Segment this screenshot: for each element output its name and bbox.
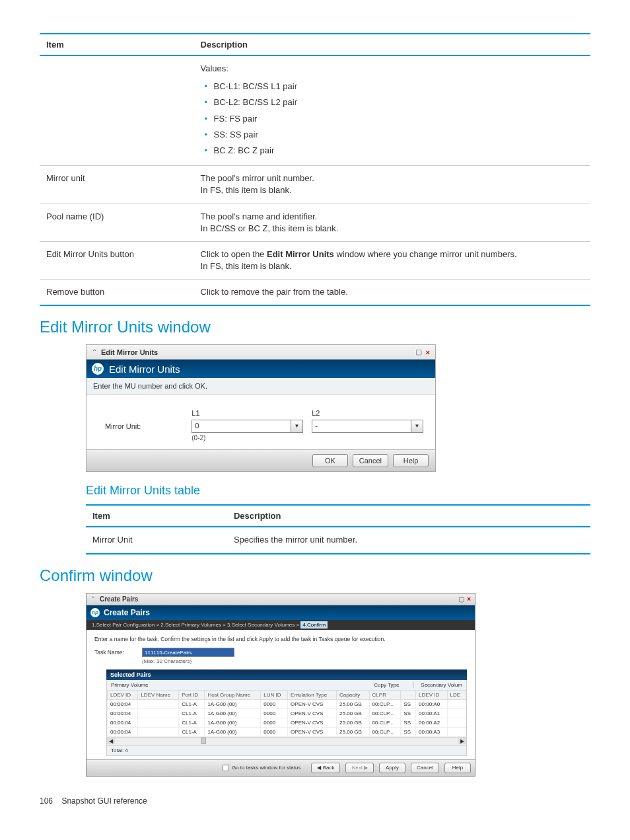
breadcrumb: 1.Select Pair Configuration > 2.Select P…	[87, 620, 475, 630]
scroll-right-icon[interactable]: ▶	[458, 738, 466, 744]
window-title: Edit Mirror Units	[101, 348, 158, 356]
window-banner: hp Create Pairs	[87, 605, 475, 620]
checkbox-label: Go to tasks window for status	[232, 765, 301, 771]
col-ldev-id: LDEV ID	[108, 690, 138, 699]
cell-item: Mirror Unit	[86, 527, 227, 553]
values-label: Values:	[201, 63, 228, 73]
cell-item: Remove button	[40, 280, 194, 306]
th-item: Item	[86, 505, 227, 527]
cell-desc: Click to remove the pair from the table.	[194, 280, 590, 306]
col-lun-id: LUN ID	[261, 690, 288, 699]
maximize-icon[interactable]: ▢	[415, 348, 422, 356]
help-button[interactable]: Help	[393, 454, 429, 467]
banner-title: Edit Mirror Units	[109, 363, 180, 375]
col-sec-ldev: LDEV ID	[416, 690, 447, 699]
window-titlebar: ⌃ Edit Mirror Units ▢ ×	[87, 345, 435, 360]
back-button[interactable]: ◀ Back	[311, 763, 340, 773]
cell-item: Pool name (ID)	[40, 204, 194, 241]
heading-edit-mirror-units-window: Edit Mirror Units window	[40, 318, 590, 336]
maximize-icon[interactable]: ▢	[458, 595, 464, 603]
window-title: Create Pairs	[100, 595, 138, 603]
group-header: Primary Volume Copy Type Secondary Volum	[106, 680, 467, 690]
list-item: BC Z: BC Z pair	[201, 143, 584, 159]
table-row[interactable]: 00:00:04CL1-A1A-G00 (00)0000OPEN-V CVS25…	[108, 708, 466, 718]
window-banner: hp Edit Mirror Units	[87, 360, 435, 378]
hp-logo-icon: hp	[92, 363, 104, 375]
create-pairs-confirm-window: ⌃ Create Pairs ▢ × hp Create Pairs 1.Sel…	[86, 593, 475, 777]
cell-item	[40, 56, 194, 166]
page-footer: 106 Snapshot GUI reference	[40, 796, 590, 806]
close-icon[interactable]: ×	[467, 595, 471, 603]
page-number: 106	[40, 796, 53, 806]
collapse-icon[interactable]: ⌃	[90, 595, 96, 602]
next-button: Next ▶	[345, 763, 374, 773]
task-name-input[interactable]: 111115-CreatePairs	[142, 648, 234, 657]
chevron-down-icon[interactable]: ▼	[411, 420, 423, 433]
l1-header: L1	[192, 409, 303, 417]
total-row: Total: 4	[106, 745, 467, 756]
checkbox-icon[interactable]	[223, 765, 229, 771]
task-name-hint: (Max. 32 Characters)	[142, 658, 234, 664]
instruction-text: Enter a name for the task. Confirm the s…	[94, 636, 467, 642]
table-row[interactable]: 00:00:04CL1-A1A-G00 (00)0000OPEN-V CVS25…	[108, 718, 466, 727]
banner-title: Create Pairs	[104, 608, 150, 617]
apply-button[interactable]: Apply	[379, 763, 405, 773]
chevron-down-icon[interactable]: ▼	[291, 420, 303, 433]
values-list: BC-L1: BC/SS L1 pair BC-L2: BC/SS L2 pai…	[201, 79, 584, 159]
th-desc: Description	[194, 34, 590, 56]
cell-desc: Values: BC-L1: BC/SS L1 pair BC-L2: BC/S…	[194, 56, 590, 166]
cell-item: Edit Mirror Units button	[40, 241, 194, 279]
col-sec-lde: LDE	[447, 690, 466, 699]
th-item: Item	[40, 34, 194, 56]
cell-item: Mirror unit	[40, 166, 194, 204]
scroll-thumb[interactable]	[201, 738, 206, 744]
l1-select[interactable]: 0 ▼	[192, 420, 303, 433]
items-table-1: Item Description Values: BC-L1: BC/SS L1…	[40, 33, 590, 306]
l2-value: -	[312, 420, 411, 433]
instruction-text: Enter the MU number and click OK.	[87, 378, 435, 395]
col-copy-type	[401, 690, 416, 699]
hp-logo-icon: hp	[90, 608, 100, 617]
horizontal-scrollbar[interactable]: ◀ ▶	[106, 738, 467, 745]
cancel-button[interactable]: Cancel	[353, 454, 388, 467]
th-desc: Description	[227, 505, 590, 527]
list-item: BC-L2: BC/SS L2 pair	[201, 95, 584, 110]
table-row[interactable]: 00:00:04CL1-A1A-G00 (00)0000OPEN-V CVS25…	[108, 699, 466, 708]
col-emulation: Emulation Type	[288, 690, 337, 699]
close-icon[interactable]: ×	[426, 348, 430, 356]
col-clpr: CLPR	[369, 690, 401, 699]
items-table-2: Item Description Mirror Unit Specifies t…	[86, 504, 590, 554]
cancel-button[interactable]: Cancel	[411, 763, 439, 773]
selected-pairs-header: Selected Pairs	[106, 669, 467, 680]
cell-desc: The pool's mirror unit number. In FS, th…	[194, 166, 590, 204]
table-row[interactable]: 00:00:04CL1-A1A-G00 (00)0000OPEN-V CVS25…	[108, 727, 466, 736]
list-item: SS: SS pair	[201, 127, 584, 143]
scroll-left-icon[interactable]: ◀	[107, 738, 115, 744]
l1-range: (0-2)	[192, 434, 303, 441]
ok-button[interactable]: OK	[312, 454, 348, 467]
copy-type-group: Copy Type	[374, 682, 413, 688]
l2-header: L2	[312, 409, 423, 417]
selected-pairs-table: LDEV ID LDEV Name Port ID Host Group Nam…	[107, 690, 466, 737]
l2-select[interactable]: - ▼	[312, 420, 423, 433]
col-capacity: Capacity	[337, 690, 370, 699]
list-item: BC-L1: BC/SS L1 pair	[201, 79, 584, 95]
heading-edit-mirror-units-table: Edit Mirror Units table	[86, 484, 590, 498]
footer-title: Snapshot GUI reference	[61, 796, 147, 806]
cell-desc: Specifies the mirror unit number.	[227, 527, 590, 553]
breadcrumb-active: 4.Confirm	[300, 621, 328, 629]
cell-desc: Click to open the Edit Mirror Units wind…	[194, 241, 590, 279]
heading-confirm-window: Confirm window	[40, 566, 590, 585]
l1-value: 0	[192, 420, 291, 433]
col-ldev-name: LDEV Name	[138, 690, 179, 699]
col-port-id: Port ID	[179, 690, 205, 699]
help-button[interactable]: Help	[444, 763, 471, 773]
secondary-volume-group: Secondary Volum	[413, 682, 462, 688]
window-titlebar: ⌃ Create Pairs ▢ ×	[87, 593, 475, 605]
cell-desc: The pool's name and identifier. In BC/SS…	[194, 204, 590, 241]
col-host-group: Host Group Name	[205, 690, 261, 699]
mirror-unit-label: Mirror Unit:	[98, 409, 192, 430]
go-to-tasks-checkbox[interactable]: Go to tasks window for status	[223, 765, 301, 771]
collapse-icon[interactable]: ⌃	[92, 348, 97, 356]
edit-mirror-units-window: ⌃ Edit Mirror Units ▢ × hp Edit Mirror U…	[86, 344, 436, 472]
